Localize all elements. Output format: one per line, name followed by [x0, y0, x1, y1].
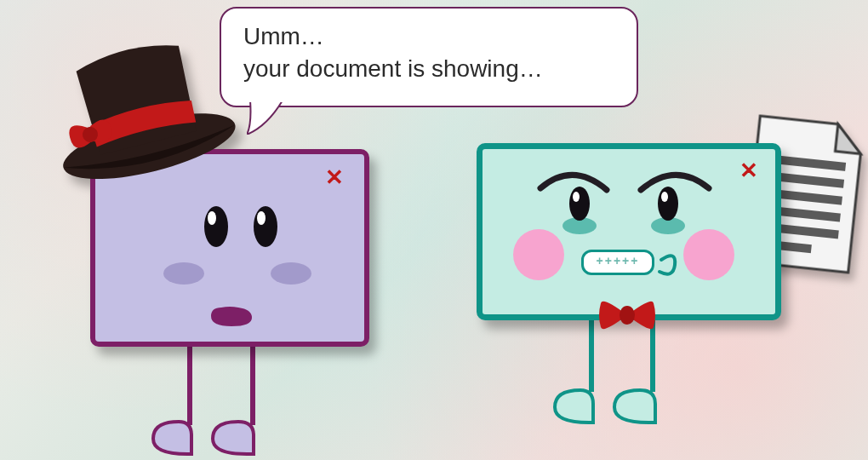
bowtie-icon [597, 296, 657, 334]
svg-point-20 [573, 192, 580, 202]
svg-point-19 [569, 187, 590, 221]
right-char-body: ✕ [477, 143, 781, 320]
svg-point-1 [163, 262, 204, 285]
svg-point-6 [257, 211, 266, 225]
character-window-left: ✕ [51, 64, 374, 456]
left-char-face [129, 180, 334, 333]
svg-point-3 [204, 206, 228, 247]
svg-point-2 [271, 262, 311, 285]
svg-point-5 [254, 206, 277, 247]
svg-point-4 [208, 211, 216, 225]
grimace-mouth: +++++ [581, 250, 654, 275]
illustration-stage: Umm… your document is showing… ✕ [0, 0, 868, 460]
svg-point-15 [513, 229, 564, 280]
right-char-face [498, 154, 762, 308]
svg-point-21 [658, 187, 678, 221]
svg-point-22 [661, 192, 668, 202]
speech-line-1: Umm… [243, 20, 614, 53]
svg-point-23 [620, 306, 635, 325]
svg-point-16 [683, 229, 734, 280]
character-window-right: ✕ [460, 128, 825, 460]
